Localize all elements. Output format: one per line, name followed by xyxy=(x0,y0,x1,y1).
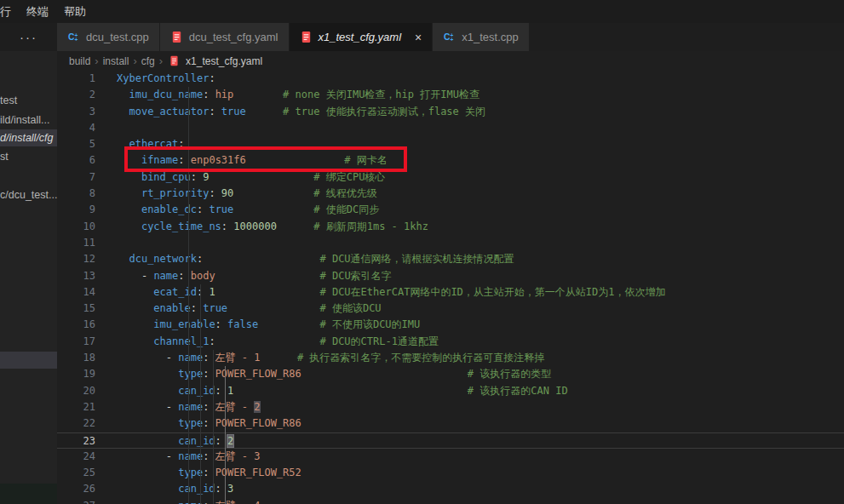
line-number: 12 xyxy=(57,251,95,267)
panel-fragment xyxy=(0,484,57,504)
code-line[interactable]: 22 type: POWER_FLOW_R86 xyxy=(57,415,844,432)
breadcrumb: build › install › cfg › x1_test_cfg.yaml xyxy=(57,51,844,71)
code-line[interactable]: 12 dcu_network: # DCU通信网络，请根据实机连接情况配置 xyxy=(57,251,844,267)
code-line[interactable]: 21 - name: 左臂 - 2 xyxy=(57,399,844,415)
yaml-file-icon xyxy=(170,31,183,43)
sidebar-item-selected[interactable]: d/install/cfg xyxy=(0,129,57,146)
close-icon[interactable]: × xyxy=(415,32,422,43)
code-line[interactable]: 23 can_id: 2 xyxy=(57,432,844,449)
line-number: 17 xyxy=(57,334,95,350)
breadcrumb-file[interactable]: x1_test_cfg.yaml xyxy=(186,55,262,67)
sidebar-selection-band[interactable] xyxy=(0,352,57,369)
cpp-file-icon: C + + xyxy=(67,31,80,43)
code-text: type: POWER_FLOW_R86 # 该执行器的类型 xyxy=(117,366,551,382)
tab-bar: ··· C + + dcu_test.cpp dcu_test_cfg.yaml xyxy=(0,23,844,51)
code-line[interactable]: 20 can_id: 1 # 该执行器的CAN ID xyxy=(57,383,844,399)
code-line[interactable]: 5 ethercat: xyxy=(57,136,844,152)
breadcrumb-segment[interactable]: build xyxy=(69,55,90,67)
line-number: 18 xyxy=(57,350,95,366)
code-text: can_id: 1 # 该执行器的CAN ID xyxy=(117,383,568,399)
tab-label: x1_test_cfg.yaml xyxy=(319,31,402,43)
yaml-file-icon xyxy=(169,55,180,66)
tab-overflow-button[interactable]: ··· xyxy=(0,23,57,51)
menu-bar: 行 终端 帮助 xyxy=(0,0,844,23)
code-text: imu_dcu_name: hip # none 关闭IMU检查，hip 打开I… xyxy=(117,87,479,103)
code-line[interactable]: 27 - name: 左臂 - 4 xyxy=(57,498,844,504)
code-text: dcu_network: # DCU通信网络，请根据实机连接情况配置 xyxy=(117,251,514,267)
code-line[interactable]: 15 enable: true # 使能该DCU xyxy=(57,301,844,317)
chevron-right-icon: › xyxy=(95,54,98,67)
code-text: ifname: enp0s31f6 # 网卡名 xyxy=(117,152,388,169)
code-line[interactable]: 18 - name: 左臂 - 1 # 执行器索引名字，不需要控制的执行器可直接… xyxy=(57,350,844,366)
menu-item-run[interactable]: 行 xyxy=(0,4,20,20)
line-number: 20 xyxy=(57,383,95,399)
line-number: 21 xyxy=(57,399,95,415)
code-text: channel_1: # DCU的CTRL-1通道配置 xyxy=(117,334,439,350)
code-text: cycle_time_ns: 1000000 # 刷新周期1ms - 1khz xyxy=(117,219,428,235)
code-text: - name: 左臂 - 4 xyxy=(117,498,261,504)
vscode-window: 行 终端 帮助 ··· C + + dcu_test.cpp dcu_test_… xyxy=(0,0,844,504)
code-text: can_id: 3 xyxy=(117,481,233,497)
line-number: 5 xyxy=(57,136,95,152)
line-number: 9 xyxy=(57,202,95,218)
yaml-file-icon xyxy=(300,31,313,43)
code-text: enable_dc: true # 使能DC同步 xyxy=(117,202,379,218)
code-text: XyberController: xyxy=(117,71,215,87)
line-number: 25 xyxy=(57,465,95,481)
line-number: 26 xyxy=(57,481,95,497)
tab-dcu-test-cpp[interactable]: C + + dcu_test.cpp xyxy=(57,23,160,51)
line-number: 2 xyxy=(57,87,95,103)
code-line[interactable]: 7 bind_cpu: 9 # 绑定CPU核心 xyxy=(57,169,844,186)
cpp-file-icon: C + + xyxy=(443,31,456,43)
code-text: ecat_id: 1 # DCU在EtherCAT网络中的ID，从主站开始，第一… xyxy=(117,284,666,301)
code-text: - name: 左臂 - 2 xyxy=(117,399,261,415)
code-line[interactable]: 10 cycle_time_ns: 1000000 # 刷新周期1ms - 1k… xyxy=(57,219,844,235)
code-line[interactable]: 3 move_actuator: true # true 使能执行器运动测试，f… xyxy=(57,104,844,120)
tab-dcu-test-cfg-yaml[interactable]: dcu_test_cfg.yaml xyxy=(160,23,290,51)
line-number: 23 xyxy=(57,433,95,448)
tab-label: dcu_test_cfg.yaml xyxy=(189,31,278,43)
sidebar-item[interactable]: test xyxy=(0,92,57,109)
code-line[interactable]: 11 xyxy=(57,235,844,251)
line-number: 24 xyxy=(57,449,95,465)
code-line[interactable]: 26 can_id: 3 xyxy=(57,481,844,497)
code-text: rt_priority: 90 # 线程优先级 xyxy=(117,186,377,202)
code-line[interactable]: 6 ifname: enp0s31f6 # 网卡名 xyxy=(57,152,844,169)
code-line[interactable]: 17 channel_1: # DCU的CTRL-1通道配置 xyxy=(57,334,844,350)
menu-item-help[interactable]: 帮助 xyxy=(55,4,95,20)
svg-text:+: + xyxy=(74,37,78,43)
sidebar-item[interactable]: c/dcu_test... xyxy=(0,186,57,203)
line-number: 10 xyxy=(57,219,95,235)
menu-item-terminal[interactable]: 终端 xyxy=(18,4,57,20)
code-line[interactable]: 16 imu_enable: false # 不使用该DCU的IMU xyxy=(57,317,844,333)
code-text: type: POWER_FLOW_R86 xyxy=(117,415,301,432)
breadcrumb-segment[interactable]: cfg xyxy=(141,55,155,67)
tab-x1-test-cfg-yaml[interactable]: x1_test_cfg.yaml × xyxy=(290,23,433,51)
line-number: 11 xyxy=(57,235,95,251)
code-line[interactable]: 13 - name: body # DCU索引名字 xyxy=(57,268,844,284)
tab-x1-test-cpp[interactable]: C + + x1_test.cpp xyxy=(433,23,530,51)
sidebar-item[interactable]: st xyxy=(0,148,57,165)
code-line[interactable]: 8 rt_priority: 90 # 线程优先级 xyxy=(57,186,844,202)
code-line[interactable]: 24 - name: 左臂 - 3 xyxy=(57,449,844,465)
code-line[interactable]: 14 ecat_id: 1 # DCU在EtherCAT网络中的ID，从主站开始… xyxy=(57,284,844,301)
sidebar-item[interactable]: ild/install... xyxy=(0,112,57,129)
code-line[interactable]: 1XyberController: xyxy=(57,71,844,87)
line-number: 27 xyxy=(57,498,95,504)
tab-label: x1_test.cpp xyxy=(462,31,519,43)
breadcrumb-segment[interactable]: install xyxy=(103,55,129,67)
code-editor[interactable]: 1XyberController:2 imu_dcu_name: hip # n… xyxy=(57,71,844,504)
code-line[interactable]: 2 imu_dcu_name: hip # none 关闭IMU检查，hip 打… xyxy=(57,87,844,103)
code-text: - name: 左臂 - 3 xyxy=(117,449,261,465)
code-line[interactable]: 25 type: POWER_FLOW_R52 xyxy=(57,465,844,481)
code-line[interactable]: 4 xyxy=(57,120,844,136)
code-text: ethercat: xyxy=(117,136,184,152)
line-number: 1 xyxy=(57,71,95,87)
code-text: bind_cpu: 9 # 绑定CPU核心 xyxy=(117,169,385,186)
chevron-right-icon: › xyxy=(133,54,136,67)
code-text: can_id: 2 xyxy=(117,433,233,448)
code-lines: 1XyberController:2 imu_dcu_name: hip # n… xyxy=(57,71,844,504)
code-line[interactable]: 9 enable_dc: true # 使能DC同步 xyxy=(57,202,844,218)
code-line[interactable]: 19 type: POWER_FLOW_R86 # 该执行器的类型 xyxy=(57,366,844,382)
line-number: 6 xyxy=(57,152,95,169)
